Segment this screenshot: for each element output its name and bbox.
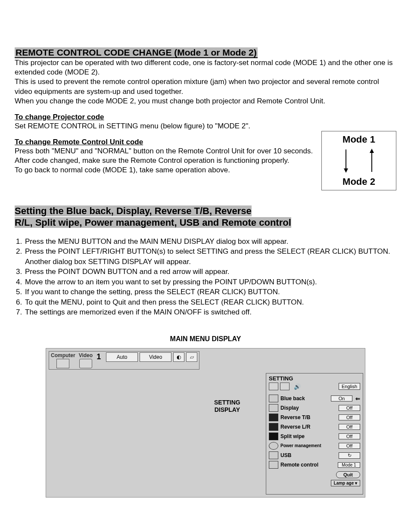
tab-video[interactable]: Video (79, 352, 93, 368)
sub2-p3: To go back to normal code (MODE 1), take… (15, 165, 316, 175)
row-label: Split wipe (280, 433, 336, 439)
setting-rows: Blue back On ⇐ Display Off Reverse T/B O… (269, 395, 360, 469)
row-reverse-tb[interactable]: Reverse T/B Off (269, 414, 360, 421)
top-left-group: Computer Video 1 Auto Video ◐ ▱ (49, 351, 199, 370)
computer-icon (56, 359, 69, 368)
section-2-heading: Setting the Blue back, Display, Reverse … (15, 205, 396, 229)
row-label: Remote control (280, 462, 336, 468)
bulb-icon (269, 442, 278, 450)
section-1-p3: When you change the code MODE 2, you mus… (15, 96, 396, 106)
quit-button[interactable]: Quit (336, 471, 360, 478)
row-value: Off (339, 414, 360, 420)
row-label: Display (280, 405, 336, 411)
row-value: Off (339, 443, 360, 449)
setting-display-label: SETTING DISPLAY (214, 399, 240, 414)
sound-icon: 🔊 (294, 383, 301, 390)
row-display[interactable]: Display Off (269, 404, 360, 412)
row-label: Reverse T/B (280, 414, 336, 420)
box-video[interactable]: Video (140, 352, 171, 362)
row-remote-control[interactable]: Remote control Mode 1 (269, 461, 360, 469)
sub1-title: To change Projector code (15, 113, 396, 121)
setting-icon-1 (269, 383, 278, 390)
tab-computer-label: Computer (51, 352, 75, 358)
row-power-management[interactable]: Power management Off (269, 442, 360, 450)
mode-diagram: Mode 1 Mode 2 (321, 131, 396, 190)
step-2: Press the POINT LEFT/RIGHT BUTTON(s) to … (24, 246, 396, 267)
section-2-title-l2: R/L, Split wipe, Power management, USB a… (15, 217, 291, 228)
split-wipe-icon (269, 432, 278, 440)
row-value: Off (339, 405, 360, 411)
video-icon (79, 359, 92, 368)
sub2-title: To change Remote Control Unit code (15, 138, 316, 146)
step-6: To quit the MENU, point to Quit and then… (24, 297, 396, 307)
row-reverse-lr[interactable]: Reverse L/R Off (269, 423, 360, 431)
box-auto[interactable]: Auto (106, 352, 138, 362)
sub2-p2: After code changed, make sure the Remote… (15, 156, 316, 165)
menu-screenshot: Computer Video 1 Auto Video ◐ ▱ (46, 348, 365, 498)
instruction-steps: Press the MENU BUTTON and the MAIN MENU … (15, 236, 396, 317)
tab-video-label: Video (79, 352, 93, 358)
selected-input-number: 1 (97, 352, 101, 361)
menu-caption: MAIN MENU DISPLAY (15, 335, 396, 343)
mode-2-label: Mode 2 (342, 176, 375, 187)
row-value: ↻ (339, 452, 360, 459)
menu-top-panel: Computer Video 1 Auto Video ◐ ▱ (46, 348, 365, 372)
language-select[interactable]: English (339, 383, 360, 390)
section-1-heading: REMOTE CONTROL CODE CHANGE (Mode 1 or Mo… (15, 47, 396, 58)
step-3: Press the POINT DOWN BUTTON and a red ar… (24, 267, 396, 277)
section-1-p1: This projector can be operated with two … (15, 58, 396, 77)
usb-icon (269, 451, 278, 459)
section-1-title: REMOTE CONTROL CODE CHANGE (Mode 1 or Mo… (15, 47, 258, 58)
selection-arrow-icon: ⇐ (355, 395, 360, 402)
svg-marker-1 (344, 168, 348, 173)
tab-computer[interactable]: Computer (51, 352, 75, 368)
section-2-title-l1: Setting the Blue back, Display, Reverse … (15, 205, 252, 216)
blue-back-icon (269, 395, 278, 402)
row-label: Reverse L/R (280, 424, 336, 430)
row-label: Blue back (280, 395, 329, 401)
arrow-down-icon (343, 149, 349, 173)
row-usb[interactable]: USB ↻ (269, 451, 360, 459)
row-value: Off (339, 424, 360, 430)
mode-1-label: Mode 1 (342, 134, 375, 145)
step-5: If you want to change the setting, press… (24, 287, 396, 297)
remote-icon (269, 461, 278, 469)
row-blue-back[interactable]: Blue back On ⇐ (269, 395, 360, 402)
step-7: The settings are memorized even if the M… (24, 307, 396, 317)
sub2-p1: Press both "MENU" and "NORMAL" button on… (15, 146, 316, 156)
reverse-tb-icon (269, 414, 278, 421)
display-icon (269, 404, 278, 412)
reverse-lr-icon (269, 423, 278, 431)
sub1-body: Set REMOTE CONTROL in SETTING menu (belo… (15, 121, 396, 131)
row-value: Off (339, 433, 360, 439)
setting-panel-title: SETTING (269, 375, 360, 382)
box-contrast-icon[interactable]: ◐ (173, 352, 184, 362)
row-value: On (331, 395, 352, 401)
menu-left-area: SETTING DISPLAY (46, 372, 266, 497)
step-1: Press the MENU BUTTON and the MAIN MENU … (24, 236, 396, 246)
row-label: Power management (280, 444, 336, 448)
arrow-up-icon (369, 149, 375, 173)
box-screen-icon[interactable]: ▱ (186, 352, 197, 362)
row-label: USB (280, 452, 336, 458)
row-split-wipe[interactable]: Split wipe Off (269, 432, 360, 440)
lamp-age-button[interactable]: Lamp age ▾ (331, 480, 360, 486)
step-4: Move the arrow to an item you want to se… (24, 277, 396, 287)
setting-panel: SETTING 🔊 English Blue back On ⇐ (266, 373, 363, 495)
section-1-p2: This is used to prevent the remote contr… (15, 77, 396, 96)
setting-icon-2 (280, 383, 290, 390)
row-value: Mode 1 (338, 462, 360, 468)
svg-marker-3 (370, 149, 374, 153)
